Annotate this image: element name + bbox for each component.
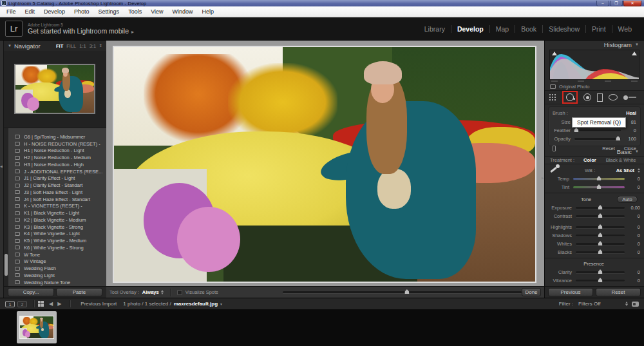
filter-dropdown-icon[interactable] (625, 302, 628, 306)
visualize-spots-slider[interactable] (283, 291, 522, 293)
preset-item[interactable]: K - VIGNETTES (RESET) - (8, 203, 106, 210)
navigator-preview[interactable] (14, 64, 95, 114)
menu-settings[interactable]: Settings (94, 6, 124, 17)
temp-slider-thumb[interactable] (597, 176, 601, 180)
wb-value[interactable]: As Shot (616, 168, 634, 173)
slider-track[interactable] (576, 243, 625, 245)
reset-button[interactable]: Reset (596, 288, 641, 296)
module-develop[interactable]: Develop (451, 25, 490, 33)
wb-eyedropper-icon[interactable] (549, 164, 560, 177)
zoom-1-1[interactable]: 1:1 (79, 43, 86, 49)
filename-dropdown-icon[interactable]: ▼ (220, 302, 223, 306)
slider-track[interactable] (576, 235, 625, 236)
radial-filter-tool-icon[interactable] (609, 94, 618, 101)
filmstrip-thumbnail[interactable] (19, 316, 54, 339)
presets-scrollbar-thumb[interactable] (5, 254, 8, 276)
opacity-slider-thumb[interactable] (616, 136, 620, 140)
menu-tools[interactable]: Tools (124, 6, 146, 17)
slider-track[interactable] (576, 280, 625, 282)
filter-value[interactable]: Filters Off (578, 301, 623, 307)
menu-view[interactable]: View (146, 6, 167, 17)
preset-item[interactable]: H3 | Noise Reduction - High (8, 161, 106, 168)
previous-button[interactable]: Previous (548, 288, 593, 296)
preset-item[interactable]: J - ADDITIONAL EFFECTS (RESE... (8, 168, 106, 175)
grid-view-icon[interactable] (38, 301, 44, 307)
preset-item[interactable]: K2 | Black Vignette - Medium (8, 216, 106, 224)
auto-tone-button[interactable]: Auto (617, 196, 638, 203)
slider-track[interactable] (576, 207, 625, 209)
module-slideshow[interactable]: Slideshow (543, 25, 586, 33)
preset-item[interactable]: J2 | Clarity Effect - Standart (8, 182, 106, 189)
spot-removal-tool-icon[interactable] (566, 93, 574, 101)
menu-develop[interactable]: Develop (39, 6, 70, 17)
basic-collapse-icon[interactable]: ▼ (635, 149, 639, 153)
menu-photo[interactable]: Photo (70, 6, 94, 17)
preset-item[interactable]: Wedding Flash (8, 265, 106, 272)
histogram-header[interactable]: Histogram ▼ (545, 41, 644, 49)
treatment-bw-option[interactable]: Black & White (606, 157, 636, 163)
preset-item[interactable]: H2 | Noise Reduction - Medium (8, 154, 106, 161)
menu-file[interactable]: File (2, 6, 21, 17)
next-photo-icon[interactable]: ▶ (57, 301, 61, 307)
slider-track[interactable] (576, 215, 625, 217)
close-button[interactable]: ✕ (623, 1, 641, 6)
zoom-ratio-toggle-icon[interactable]: ⇕ (99, 43, 102, 48)
preset-item[interactable]: H - NOISE REDUCTION (RESET) - (8, 140, 106, 148)
menu-edit[interactable]: Edit (21, 6, 40, 17)
collapse-right-panel-icon[interactable]: ▶ (542, 176, 544, 180)
zoom-3-1[interactable]: 3:1 (90, 43, 96, 49)
slider-thumb[interactable] (598, 224, 603, 229)
adjustment-brush-tool-icon[interactable] (623, 95, 636, 100)
filmstrip-selected-cell[interactable] (17, 311, 57, 343)
wb-dropdown-icon[interactable] (638, 168, 640, 173)
presets-scrollbar[interactable] (4, 128, 8, 286)
highlight-clipping-icon[interactable] (632, 52, 637, 55)
feather-slider-thumb[interactable] (574, 128, 578, 132)
slider-thumb[interactable] (598, 269, 603, 274)
promo-text[interactable]: Get started with Lightroom mobile▸ (28, 27, 134, 35)
histogram-collapse-icon[interactable]: ▼ (635, 43, 639, 46)
slider-track[interactable] (576, 251, 625, 253)
feather-slider[interactable] (574, 130, 621, 131)
selected-filename[interactable]: maxresdefault.jpg (174, 301, 218, 307)
slider-thumb[interactable] (598, 249, 603, 254)
preset-item[interactable]: Wedding Light (8, 272, 106, 279)
slider-thumb[interactable] (598, 205, 603, 209)
preset-item[interactable]: J1 | Clarity Effect - Light (8, 175, 106, 182)
module-map[interactable]: Map (490, 25, 515, 33)
preset-item[interactable]: G6 | Sp/Toning - Midsummer (8, 133, 106, 140)
preset-item[interactable]: K6 | White Vignette - Strong (8, 244, 106, 251)
module-print[interactable]: Print (586, 25, 612, 33)
temp-slider[interactable] (573, 178, 625, 180)
zoom-fill[interactable]: FILL (66, 43, 76, 49)
module-web[interactable]: Web (612, 25, 638, 33)
paste-button[interactable]: Paste (56, 288, 102, 296)
preset-item[interactable]: K1 | Black Vignette - Light (8, 209, 106, 216)
tint-slider-thumb[interactable] (597, 184, 601, 189)
slider-thumb[interactable] (598, 233, 603, 237)
red-eye-tool-icon[interactable] (583, 93, 591, 101)
preset-item[interactable]: H1 | Noise Reduction - Light (8, 148, 106, 155)
treatment-color-option[interactable]: Color (583, 157, 596, 163)
collapse-left-panel-icon[interactable]: ◀ (0, 164, 3, 168)
preset-item[interactable]: J3 | Soft Haze Effect - Light (8, 189, 106, 196)
second-window-button[interactable]: 2 (17, 301, 27, 307)
main-window-button[interactable]: 1 (5, 301, 15, 307)
navigator-collapse-icon[interactable]: ▼ (8, 44, 12, 48)
preset-item[interactable]: K5 | White Vignette - Medium (8, 237, 106, 244)
visualize-spots-checkbox[interactable] (177, 290, 182, 295)
visualize-spots-slider-thumb[interactable] (404, 289, 409, 294)
zoom-fit[interactable]: FIT (56, 43, 63, 49)
tool-overlay-value[interactable]: Always (142, 289, 159, 295)
menu-help[interactable]: Help (198, 6, 219, 17)
module-book[interactable]: Book (515, 25, 543, 33)
previous-photo-icon[interactable]: ◀ (49, 301, 53, 307)
preset-item[interactable]: J4 | Soft Haze Effect - Standart (8, 196, 106, 203)
tool-overlay-dropdown-icon[interactable] (161, 290, 164, 294)
slider-thumb[interactable] (598, 241, 603, 245)
module-library[interactable]: Library (419, 25, 451, 33)
main-photo[interactable] (113, 46, 536, 283)
filter-toggle-icon[interactable] (632, 302, 639, 307)
preset-item[interactable]: Wedding Nature Tone (8, 279, 106, 286)
preset-item[interactable]: K4 | White Vignette - Light (8, 231, 106, 238)
